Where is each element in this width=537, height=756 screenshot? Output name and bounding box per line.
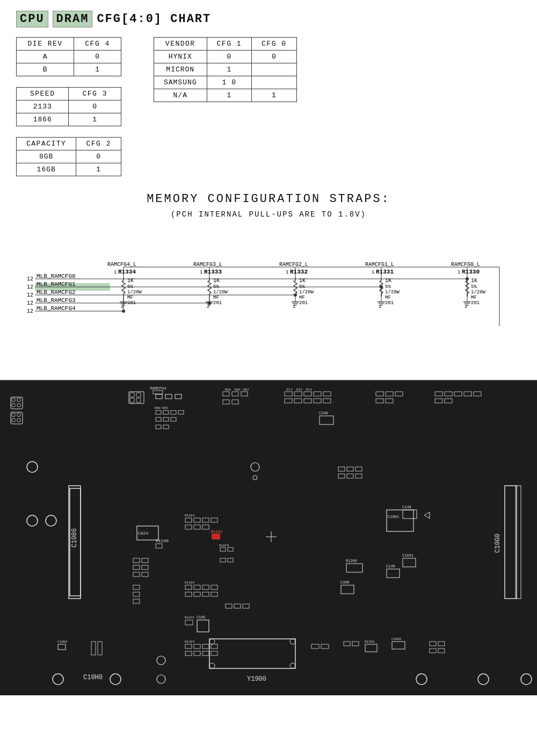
pcb-c140b: C140 <box>386 564 395 568</box>
speed-table: SPEED CFG 3 2133 0 1866 1 <box>16 87 121 126</box>
svg-rect-111 <box>212 534 220 539</box>
cfg3-header: CFG 3 <box>69 88 121 100</box>
r1334-power: 1/20W <box>127 290 142 295</box>
cfg1-na: 1 <box>207 89 252 102</box>
pcb-c165: C165 <box>197 615 206 620</box>
cfg4-header: CFG 4 <box>74 38 121 51</box>
pcb-r1164: R1164 <box>185 514 194 517</box>
tables-container: DIE REV CFG 4 A 0 B 1 SPEED CFG 3 <box>16 37 521 176</box>
ramcfg1-label: RAMCFG1_L <box>365 262 394 268</box>
net-label-3: MLB_RAMCFG3 <box>37 297 76 304</box>
svg-point-44 <box>380 285 383 289</box>
cfg2-8gb: 0 <box>76 150 121 163</box>
r1333-power: 1/20W <box>213 290 228 295</box>
cfg4-a: 0 <box>74 51 121 63</box>
r1332-1k: 1K <box>299 278 306 284</box>
r1331-5pct: 5% <box>385 284 391 290</box>
r1331-power: 1/20W <box>385 290 400 295</box>
pcb-r1260: R1260 <box>346 559 357 563</box>
speed-2133: 2133 <box>17 100 69 113</box>
pcb-r65: R65 <box>162 406 168 410</box>
pcb-c10h0-comp: C10H0 <box>57 640 67 644</box>
c10g0-label: C10G0 <box>494 534 502 553</box>
cfg3-2133: 0 <box>69 100 121 113</box>
ramcfg3-label: RAMCFG3_L <box>193 262 222 268</box>
cfg0-na: 1 <box>252 89 297 102</box>
pcb-r-label-center: R1160 <box>156 538 169 543</box>
vendor-table: VENDOR CFG 1 CFG 0 HYNIX 0 0 MICRON 1 SA… <box>154 37 297 102</box>
capacity-16gb: 16GB <box>17 163 76 176</box>
vendor-samsung: SAMSUNG <box>154 76 207 89</box>
pcb-r1164b: R1164 <box>185 581 194 585</box>
title-rest: CFG[4:0] CHART <box>97 12 211 26</box>
vendor-na: N/A <box>154 89 207 102</box>
schematic-svg: 12 MLB_RAMCFG0 12 MLB_RAMCFG1 12 MLB_RAM… <box>16 240 532 369</box>
svg-point-47 <box>122 309 125 313</box>
pcb-r-top1: R60 <box>225 388 231 392</box>
svg-point-43 <box>466 277 469 280</box>
pcb-r-top3: R67 <box>243 388 249 392</box>
r1332-5pct: 5% <box>299 284 305 290</box>
cfg2-header: CFG 2 <box>76 138 121 150</box>
pcb-r1164c: R1164 <box>185 640 194 644</box>
dram-label: DRAM <box>53 11 93 27</box>
speed-1866: 1866 <box>17 113 69 126</box>
die-rev-a: A <box>17 51 74 63</box>
r1334-superscript: 1 <box>114 270 117 275</box>
svg-point-46 <box>208 301 211 305</box>
cfg1-micron: 1 <box>207 63 252 76</box>
vendor-micron: MICRON <box>154 63 207 76</box>
net-label-4: MLB_RAMCFG4 <box>37 305 76 312</box>
straps-section: MEMORY CONFIGURATION STRAPS: (PCH INTERN… <box>0 182 537 235</box>
net-ref-2: 12 <box>27 292 33 298</box>
net-label-0: MLB_RAMCFG0 <box>37 273 76 279</box>
cfg1-header: CFG 1 <box>207 38 252 51</box>
y1900-label: Y1900 <box>247 675 266 683</box>
r1332-superscript: 1 <box>286 270 288 275</box>
pcb-r-top6: R74 <box>306 388 312 392</box>
cfg1-hynix: 0 <box>207 51 252 63</box>
pcb-r1341: R1341 <box>185 616 194 620</box>
r1333-5pct: 5% <box>213 284 219 290</box>
vendor-header: VENDOR <box>154 38 207 51</box>
r1334-code: 201 <box>127 300 136 306</box>
pcb-r60: R60 <box>155 406 161 410</box>
pcb-c360: C360 <box>340 580 350 585</box>
net-ref-0: 12 <box>27 276 33 282</box>
page-title: CPU DRAM CFG[4:0] CHART <box>16 11 521 27</box>
die-rev-b: B <box>17 63 74 76</box>
vendor-hynix: HYNIX <box>154 51 207 63</box>
r1331-mf: MF <box>385 295 391 300</box>
ramcfg0-label: RAMCFG0_L <box>451 262 480 268</box>
pcb-r-top2: R65 <box>235 388 241 392</box>
ramcfg2-label: RAMCFG2_L <box>279 262 308 268</box>
pcb-r-top4: R71 <box>287 388 293 392</box>
pcb-r1260b: R1260 <box>365 640 374 644</box>
pcb-svg: C1086 RAMCFG4 R60 <box>0 381 537 693</box>
r1332-power: 1/20W <box>299 290 314 295</box>
top-section: CPU DRAM CFG[4:0] CHART DIE REV CFG 4 A … <box>0 0 537 182</box>
speed-header: SPEED <box>17 88 69 100</box>
cfg1-samsung: 1 0 <box>207 76 252 89</box>
pcb-large-comp: C10H1 <box>388 515 399 519</box>
r1331-1k: 1K <box>385 278 391 284</box>
capacity-8gb: 8GB <box>17 150 76 163</box>
r1334-5pct: 5% <box>127 284 133 290</box>
r1330-mf: MF <box>471 295 477 300</box>
r1333-ref: R1333 <box>204 269 222 275</box>
net-ref-3: 12 <box>27 300 33 306</box>
pcb-c340: C340 <box>319 411 328 415</box>
r1331-superscript: 1 <box>372 270 374 275</box>
cfg4-b: 1 <box>74 63 121 76</box>
r1332-code: 201 <box>299 300 308 306</box>
r1332-ref: R1332 <box>290 269 308 275</box>
r1332-mf: MF <box>299 295 305 300</box>
cfg0-samsung <box>252 76 297 89</box>
capacity-header: CAPACITY <box>17 138 76 150</box>
cfg0-hynix: 0 <box>252 51 297 63</box>
r1330-5pct: 5% <box>471 284 477 290</box>
net-ref-1: 12 <box>27 284 33 290</box>
r1333-superscript: 1 <box>200 270 202 275</box>
capacity-table: CAPACITY CFG 2 8GB 0 16GB 1 <box>16 137 121 176</box>
straps-title: MEMORY CONFIGURATION STRAPS: <box>16 192 521 206</box>
